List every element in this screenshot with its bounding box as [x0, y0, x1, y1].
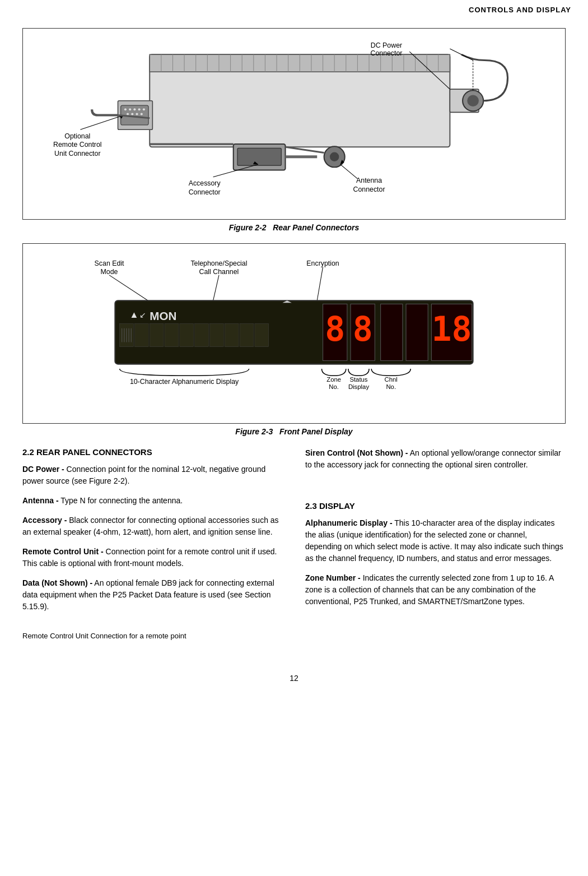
svg-text:Connector: Connector	[189, 188, 221, 196]
svg-rect-85	[195, 323, 209, 346]
svg-line-60	[340, 164, 357, 179]
svg-text:Zone: Zone	[326, 376, 341, 383]
remote-control-caption: Remote Control Unit Connection for a rem…	[22, 632, 566, 640]
svg-text:No.: No.	[386, 383, 396, 390]
para-remote-control: Remote Control Unit - Connection point f…	[22, 546, 283, 569]
svg-rect-89	[255, 323, 269, 346]
svg-text:Connector: Connector	[353, 186, 385, 193]
svg-line-74	[317, 267, 323, 300]
text-columns: 2.2 REAR PANEL CONNECTORS DC Power - Con…	[22, 447, 566, 620]
svg-rect-81	[134, 323, 148, 346]
figure-2-2-label: Figure 2-2	[229, 223, 267, 232]
svg-text:Remote Control: Remote Control	[53, 141, 102, 149]
svg-point-44	[131, 113, 133, 115]
term-dc-power: DC Power -	[22, 465, 64, 474]
svg-text:18: 18	[431, 309, 472, 349]
svg-rect-86	[209, 323, 223, 346]
para-accessory: Accessory - Black connector for connecti…	[22, 515, 283, 538]
svg-text:8: 8	[325, 309, 345, 349]
svg-rect-88	[240, 323, 254, 346]
svg-text:10-Character Alphanumeric Disp: 10-Character Alphanumeric Display	[130, 378, 239, 386]
left-column: 2.2 REAR PANEL CONNECTORS DC Power - Con…	[22, 447, 283, 620]
svg-rect-87	[225, 323, 239, 346]
svg-text:Antenna: Antenna	[356, 177, 382, 184]
svg-text:Chnl: Chnl	[385, 376, 398, 383]
figure-2-2-container: DC Power Connector	[22, 28, 566, 220]
svg-text:▲: ▲	[129, 309, 138, 319]
text-antenna: Type N for connecting the antenna.	[60, 496, 183, 505]
page-content: DC Power Connector	[0, 17, 588, 662]
para-data: Data (Not Shown) - An optional female DB…	[22, 577, 283, 613]
term-alphanumeric: Alphanumeric Display -	[305, 518, 393, 527]
svg-point-42	[143, 108, 145, 110]
svg-text:Status: Status	[349, 376, 367, 383]
svg-line-72	[213, 275, 219, 300]
svg-text:Accessory: Accessory	[189, 179, 221, 187]
svg-text:Optional: Optional	[64, 132, 90, 140]
term-accessory: Accessory -	[22, 516, 67, 525]
rear-panel-figure: DC Power Connector	[34, 40, 554, 208]
svg-rect-83	[165, 323, 179, 346]
svg-point-40	[133, 108, 136, 110]
figure-2-3-container: Scan Edit Mode Telephone/Special Call Ch…	[22, 243, 566, 424]
term-zone-number: Zone Number -	[305, 573, 361, 582]
svg-text:MON: MON	[150, 309, 176, 322]
svg-point-29	[467, 95, 479, 106]
svg-text:Mode: Mode	[101, 268, 118, 276]
svg-text:Call Channel: Call Channel	[199, 268, 239, 276]
svg-rect-100	[406, 304, 428, 360]
svg-point-46	[141, 113, 143, 115]
svg-point-45	[136, 113, 138, 115]
svg-rect-84	[180, 323, 194, 346]
term-data: Data (Not Shown) -	[22, 578, 92, 587]
para-alphanumeric: Alphanumeric Display - This 10-character…	[305, 517, 566, 564]
front-panel-svg: Scan Edit Mode Telephone/Special Call Ch…	[34, 255, 554, 412]
para-antenna: Antenna - Type N for connecting the ante…	[22, 495, 283, 507]
svg-text:Telephone/Special: Telephone/Special	[190, 259, 247, 267]
term-remote-control: Remote Control Unit -	[22, 547, 104, 556]
figure-2-3-text: Front Panel Display	[279, 427, 353, 436]
term-antenna: Antenna -	[22, 496, 59, 505]
page-number: 12	[0, 674, 588, 683]
svg-rect-82	[150, 323, 164, 346]
header-title: CONTROLS AND DISPLAY	[469, 6, 571, 14]
para-zone-number: Zone Number - Indicates the currently se…	[305, 572, 566, 608]
svg-line-69	[109, 275, 150, 302]
svg-line-47	[80, 115, 123, 130]
svg-point-39	[129, 108, 131, 110]
svg-rect-99	[381, 304, 403, 360]
svg-text:Unit Connector: Unit Connector	[54, 150, 100, 157]
svg-line-31	[450, 49, 473, 61]
svg-point-55	[330, 152, 339, 161]
right-column: Siren Control (Not Shown) - An optional …	[305, 447, 566, 620]
svg-text:8: 8	[353, 309, 373, 349]
section-22-heading: 2.2 REAR PANEL CONNECTORS	[22, 447, 283, 457]
figure-2-2-caption: Figure 2-2 Rear Panel Connectors	[22, 223, 566, 232]
svg-line-66	[286, 147, 324, 152]
term-siren: Siren Control (Not Shown) -	[305, 448, 408, 457]
svg-point-43	[127, 113, 129, 115]
figure-2-3-label: Figure 2-3	[235, 427, 273, 436]
svg-text:DC Power: DC Power	[371, 41, 402, 49]
figure-2-2-text: Rear Panel Connectors	[273, 223, 359, 232]
svg-text:Connector: Connector	[370, 49, 402, 57]
svg-text:Display: Display	[348, 383, 369, 390]
front-panel-figure: Scan Edit Mode Telephone/Special Call Ch…	[34, 255, 554, 412]
rear-panel-svg: DC Power Connector	[34, 40, 554, 208]
svg-point-41	[138, 108, 141, 110]
para-siren: Siren Control (Not Shown) - An optional …	[305, 447, 566, 471]
para-dc-power: DC Power - Connection point for the nomi…	[22, 464, 283, 487]
svg-text:No.: No.	[329, 383, 339, 390]
section-23-heading: 2.3 DISPLAY	[305, 501, 566, 511]
page-header: CONTROLS AND DISPLAY	[0, 0, 588, 17]
svg-text:Scan Edit: Scan Edit	[95, 259, 124, 267]
svg-point-38	[124, 108, 127, 110]
svg-rect-53	[237, 148, 281, 165]
figure-2-3-caption: Figure 2-3 Front Panel Display	[22, 427, 566, 436]
svg-text:↙: ↙	[139, 310, 146, 319]
svg-text:Encryption: Encryption	[306, 259, 339, 267]
